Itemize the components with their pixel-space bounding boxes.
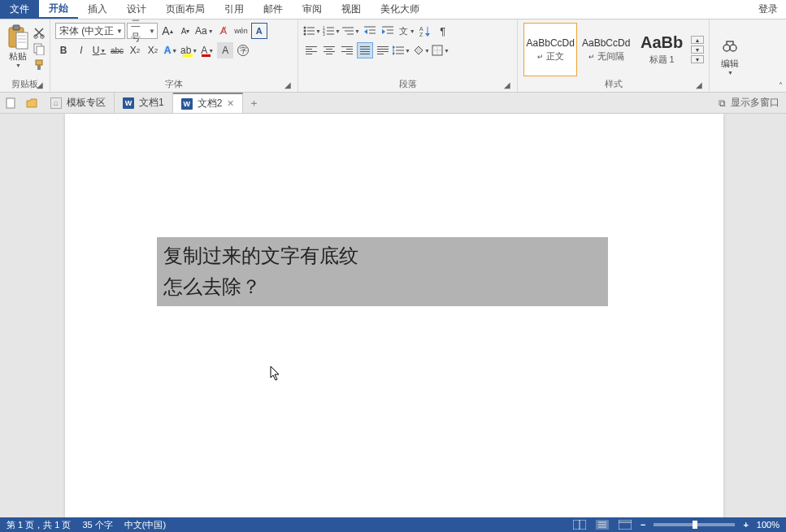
status-language[interactable]: 中文(中国) xyxy=(124,519,166,531)
menu-mail[interactable]: 邮件 xyxy=(254,0,293,19)
zoom-level[interactable]: 100% xyxy=(757,520,779,530)
doc-line[interactable]: 怎么去除？ xyxy=(163,271,601,302)
font-color-button[interactable]: A▼ xyxy=(199,42,215,58)
page[interactable]: 复制过来的文字有底纹 怎么去除？ xyxy=(65,114,723,517)
bullets-button[interactable]: ▼ xyxy=(303,23,321,39)
copy-button[interactable] xyxy=(33,42,46,55)
status-word-count[interactable]: 35 个字 xyxy=(82,519,112,531)
strike-button[interactable]: abc xyxy=(109,42,125,58)
menu-design[interactable]: 设计 xyxy=(117,0,156,19)
zoom-out-button[interactable]: − xyxy=(641,520,645,530)
style-nospacing[interactable]: AaBbCcDd ↵ 无间隔 xyxy=(579,23,632,76)
enclosed-char-button[interactable]: 字 xyxy=(235,42,251,58)
new-doc-button[interactable] xyxy=(0,93,21,113)
multiwindow-label[interactable]: 显示多窗口 xyxy=(731,96,779,110)
align-left-button[interactable] xyxy=(303,42,319,58)
char-shading-icon: A xyxy=(222,45,228,56)
close-tab-button[interactable]: ✕ xyxy=(227,98,234,109)
line-spacing-button[interactable]: ▼ xyxy=(393,42,410,58)
document-area[interactable]: 复制过来的文字有底纹 怎么去除？ xyxy=(0,114,786,517)
style-heading1[interactable]: AaBb 标题 1 xyxy=(635,23,688,76)
menu-layout[interactable]: 页面布局 xyxy=(156,0,215,19)
svg-text:A: A xyxy=(419,26,423,32)
paragraph-dialog-launcher[interactable]: ◢ xyxy=(502,80,512,90)
format-painter-button[interactable] xyxy=(33,58,46,71)
tab-doc2[interactable]: W 文档2 ✕ xyxy=(173,93,244,113)
editing-label[interactable]: 编辑 xyxy=(721,58,739,70)
decrease-indent-button[interactable] xyxy=(362,23,378,39)
clipboard-dialog-launcher[interactable]: ◢ xyxy=(35,80,45,90)
view-web-layout[interactable] xyxy=(618,519,632,530)
styles-down-button[interactable]: ▾ xyxy=(691,45,704,54)
subscript-icon: X xyxy=(130,45,137,56)
phonetic-guide-button[interactable]: wén xyxy=(233,23,250,39)
bold-button[interactable]: B xyxy=(55,42,72,58)
menu-beautify[interactable]: 美化大师 xyxy=(371,0,429,19)
underline-button[interactable]: U▼ xyxy=(91,42,107,58)
shading-button[interactable]: ▼ xyxy=(412,42,430,58)
sort-button[interactable]: AZ xyxy=(417,23,433,39)
char-shading-button[interactable]: A xyxy=(217,42,233,58)
page-icon xyxy=(5,97,16,109)
subscript-button[interactable]: X2 xyxy=(127,42,143,58)
view-print-layout[interactable] xyxy=(595,519,610,530)
italic-button[interactable]: I xyxy=(73,42,89,58)
status-page[interactable]: 第 1 页，共 1 页 xyxy=(7,519,71,531)
grow-font-button[interactable]: A▴ xyxy=(159,23,176,39)
multilevel-list-button[interactable]: ▼ xyxy=(342,23,360,39)
view-read-mode[interactable] xyxy=(572,519,587,530)
styles-gallery-scroll: ▴ ▾ ▾ xyxy=(691,23,704,76)
styles-more-button[interactable]: ▾ xyxy=(691,55,704,63)
text-direction-button[interactable]: 文▼ xyxy=(397,23,415,39)
login-link[interactable]: 登录 xyxy=(750,0,786,19)
styles-dialog-launcher[interactable]: ◢ xyxy=(694,80,704,90)
align-center-button[interactable] xyxy=(321,42,337,58)
zoom-slider[interactable] xyxy=(654,523,735,526)
open-folder-button[interactable] xyxy=(21,93,42,113)
styles-up-button[interactable]: ▴ xyxy=(691,36,704,44)
status-bar: 第 1 页，共 1 页 35 个字 中文(中国) − + 100% xyxy=(0,517,786,532)
font-dialog-launcher[interactable]: ◢ xyxy=(283,80,293,90)
font-size-combo[interactable]: 二号▼ xyxy=(127,23,158,39)
menu-insert[interactable]: 插入 xyxy=(78,0,117,19)
align-distribute-button[interactable] xyxy=(375,42,391,58)
selected-text-block[interactable]: 复制过来的文字有底纹 怎么去除？ xyxy=(157,237,608,306)
menu-review[interactable]: 审阅 xyxy=(293,0,332,19)
change-case-icon: Aa xyxy=(195,25,207,37)
menu-file[interactable]: 文件 xyxy=(0,0,39,19)
find-button[interactable] xyxy=(722,38,738,54)
collapse-ribbon-button[interactable]: ˄ xyxy=(779,81,783,90)
multiwindow-icon[interactable]: ⧉ xyxy=(719,97,726,109)
change-case-button[interactable]: Aa▼ xyxy=(195,23,214,39)
style-normal[interactable]: AaBbCcDd ↵ 正文 xyxy=(523,23,577,76)
numbering-button[interactable]: 123▼ xyxy=(323,23,341,39)
align-justify-button[interactable] xyxy=(357,42,373,58)
doc-line[interactable]: 复制过来的文字有底纹 xyxy=(163,240,601,271)
zoom-in-button[interactable]: + xyxy=(743,520,748,530)
menu-home[interactable]: 开始 xyxy=(39,0,78,19)
tab-doc1[interactable]: W 文档1 xyxy=(115,93,173,113)
char-border-button[interactable]: A xyxy=(251,23,267,39)
menu-view[interactable]: 视图 xyxy=(332,0,371,19)
font-name-combo[interactable]: 宋体 (中文正▼ xyxy=(55,23,125,39)
tab-template-zone[interactable]: ⌂ 模板专区 xyxy=(42,93,115,113)
increase-indent-button[interactable] xyxy=(380,23,396,39)
zoom-thumb[interactable] xyxy=(693,521,697,529)
cut-button[interactable] xyxy=(33,26,46,39)
clear-format-button[interactable]: A̸ xyxy=(215,23,232,39)
line-spacing-icon xyxy=(393,45,404,56)
shrink-font-button[interactable]: A▾ xyxy=(177,23,193,39)
menu-references[interactable]: 引用 xyxy=(215,0,254,19)
svg-marker-30 xyxy=(364,29,367,34)
borders-button[interactable]: ▼ xyxy=(432,42,449,58)
align-right-button[interactable] xyxy=(339,42,355,58)
svg-rect-11 xyxy=(37,65,41,70)
paste-button[interactable]: 粘贴 ▼ xyxy=(5,23,31,70)
svg-point-49 xyxy=(723,45,730,51)
borders-icon xyxy=(432,45,443,56)
new-tab-button[interactable]: ＋ xyxy=(243,93,264,113)
superscript-button[interactable]: X2 xyxy=(145,42,161,58)
highlight-button[interactable]: ab▼ xyxy=(180,42,198,58)
text-effects-button[interactable]: A▼ xyxy=(163,42,179,58)
show-marks-button[interactable]: ¶ xyxy=(435,23,451,39)
